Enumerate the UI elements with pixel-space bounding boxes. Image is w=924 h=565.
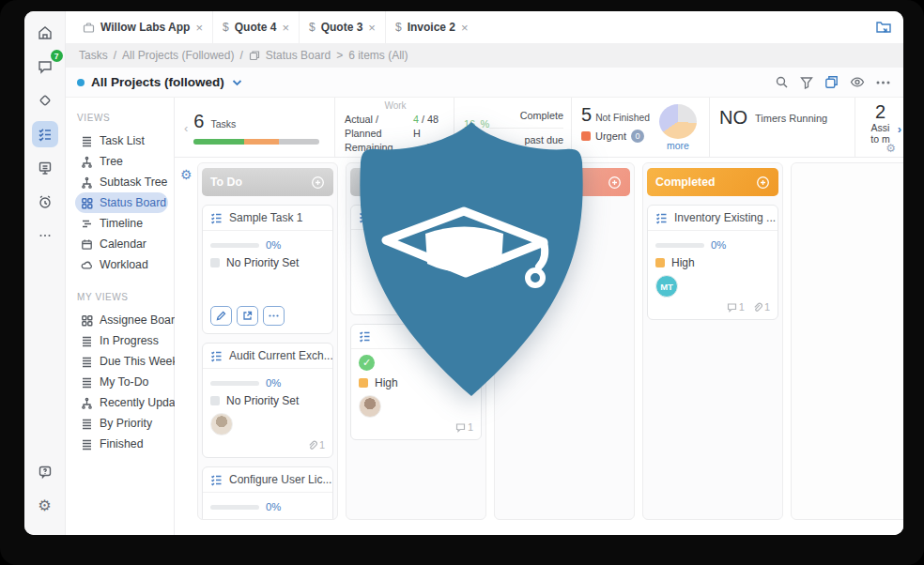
sidebar-item-tree[interactable]: Tree [75, 151, 168, 172]
card-progress: 0% [266, 377, 281, 389]
comment-icon [455, 422, 466, 433]
sidebar-item-status-board[interactable]: Status Board [75, 192, 168, 213]
eye-icon[interactable] [850, 76, 865, 88]
priority-square [655, 258, 665, 267]
tab-quote-4[interactable]: $ Quote 4 × [213, 11, 300, 43]
chevron-left-icon[interactable]: ‹ [184, 121, 188, 135]
task-card-configure-user-license[interactable]: Configure User Lic... 0% Medium [202, 466, 333, 520]
column-header: Completed [647, 168, 778, 196]
chat-icon[interactable]: 7 [32, 53, 58, 80]
card-title: Configure User Lic... [229, 473, 331, 486]
settings-icon[interactable]: ⚙ [32, 493, 58, 519]
tab-quote-3[interactable]: $ Quote 3 × [300, 11, 386, 43]
tasks-count: 6 [193, 111, 204, 131]
views-sidebar: VIEWS Task List Tree Subtask Tree [66, 98, 175, 535]
add-task-icon[interactable] [608, 176, 622, 190]
priority-label: No Priority Set [226, 256, 299, 269]
chevron-down-icon[interactable] [232, 79, 242, 86]
my-views-section-label: MY VIEWS [77, 292, 168, 302]
sidebar-item-in-progress[interactable]: In Progress [75, 330, 168, 351]
chevron-right-icon[interactable]: › [898, 122, 901, 136]
sidebar-item-finished[interactable]: Finished [75, 434, 168, 454]
tag-icon[interactable] [32, 87, 58, 114]
assignee-avatar-mt[interactable]: MT [655, 275, 678, 298]
breadcrumb-status-board[interactable]: Status Board [266, 49, 331, 62]
open-card-button[interactable] [237, 306, 258, 326]
stats-settings-gear-icon[interactable]: ⚙ [886, 142, 896, 155]
sidebar-item-by-priority[interactable]: By Priority [75, 413, 168, 434]
column-to-do: To Do Sample Task 1 0% [197, 162, 338, 520]
close-icon[interactable]: × [368, 21, 376, 35]
task-card-audit-current-exchange[interactable]: Audit Current Exch... 0% No Priority Set… [202, 343, 333, 458]
dollar-icon: $ [223, 21, 229, 34]
checklist-icon [210, 212, 223, 224]
more-icon[interactable] [876, 81, 890, 84]
sidebar-item-task-list[interactable]: Task List [75, 130, 168, 151]
sidebar-item-my-to-do[interactable]: My To-Do [75, 372, 168, 392]
sidebar-item-due-this-week[interactable]: Due This Week [75, 351, 168, 372]
open-folder-icon[interactable] [875, 20, 892, 35]
filter-icon[interactable] [800, 76, 813, 89]
comment-count: 1 [739, 301, 745, 313]
card-progress: 0% [266, 239, 281, 251]
alarm-icon[interactable] [32, 189, 58, 215]
column-header: To Do [202, 168, 333, 196]
sidebar-item-calendar[interactable]: Calendar [75, 234, 168, 254]
card-title: Audit Current Exch... [229, 349, 333, 362]
add-task-icon[interactable] [756, 176, 770, 190]
card-progress: 0% [711, 239, 726, 251]
timers-label: Timers Running [755, 107, 827, 124]
paperclip-icon [307, 440, 317, 450]
sidebar-item-recently-updated[interactable]: Recently Updated [75, 392, 168, 413]
app-window: 7 ⚙ [24, 11, 903, 535]
close-icon[interactable]: × [282, 21, 289, 35]
breadcrumb-tasks[interactable]: Tasks [79, 49, 108, 62]
kiosk-icon[interactable] [32, 155, 58, 181]
home-icon[interactable] [32, 20, 58, 46]
page-title: All Projects (followed) [91, 75, 224, 89]
icon-rail: 7 ⚙ [24, 11, 66, 535]
help-icon[interactable] [32, 459, 58, 485]
priority-label: Medium [226, 518, 267, 520]
attachment-count: 1 [319, 439, 325, 450]
task-card-sample-task-1[interactable]: Sample Task 1 0% No Priority Set [202, 205, 333, 334]
timers-count: NO [719, 107, 747, 129]
sidebar-item-workload[interactable]: Workload [75, 254, 168, 275]
dollar-icon: $ [309, 21, 316, 34]
comment-icon [727, 302, 737, 313]
breadcrumb-all-projects[interactable]: All Projects (Followed) [122, 49, 234, 62]
search-icon[interactable] [775, 75, 789, 89]
urgent-badge: 0 [631, 130, 644, 143]
edit-card-button[interactable] [210, 306, 232, 326]
close-icon[interactable]: × [461, 21, 469, 35]
paperclip-icon [752, 302, 762, 313]
copy-board-icon[interactable] [824, 75, 839, 89]
page-header: All Projects (followed) [66, 68, 903, 98]
comment-count: 1 [468, 421, 473, 433]
chat-badge: 7 [51, 50, 63, 62]
more-apps-icon[interactable] [32, 222, 58, 249]
assigned-count: 2 [865, 101, 896, 122]
stat-assigned: 2 Assi to m › ⚙ [855, 98, 903, 157]
project-status-dot [77, 79, 85, 86]
more-link[interactable]: more [667, 140, 689, 151]
task-card-inventory-existing[interactable]: Inventory Existing ... 0% High MT 1 [647, 205, 778, 320]
attachment-count: 1 [764, 301, 770, 313]
sidebar-item-timeline[interactable]: Timeline [75, 213, 168, 234]
graduation-shield-overlay [334, 119, 608, 399]
card-more-button[interactable] [263, 306, 285, 326]
board-settings-gear-icon[interactable]: ⚙ [180, 167, 192, 182]
priority-label: No Priority Set [226, 394, 299, 407]
checklist-icon [210, 474, 223, 486]
screen-background: 7 ⚙ [0, 0, 924, 565]
priority-pie-chart [659, 104, 697, 139]
tasks-icon[interactable] [32, 121, 58, 147]
close-icon[interactable]: × [195, 21, 203, 35]
add-task-icon[interactable] [311, 176, 325, 190]
assignee-avatar[interactable] [210, 413, 233, 435]
tab-invoice-2[interactable]: $ Invoice 2 × [386, 11, 478, 43]
sidebar-item-assignee-board[interactable]: Assignee Board [75, 310, 168, 330]
sidebar-item-subtask-tree[interactable]: Subtask Tree [75, 172, 168, 192]
work-title: Work [345, 100, 446, 111]
tab-willow-labs-app[interactable]: Willow Labs App × [73, 11, 213, 43]
